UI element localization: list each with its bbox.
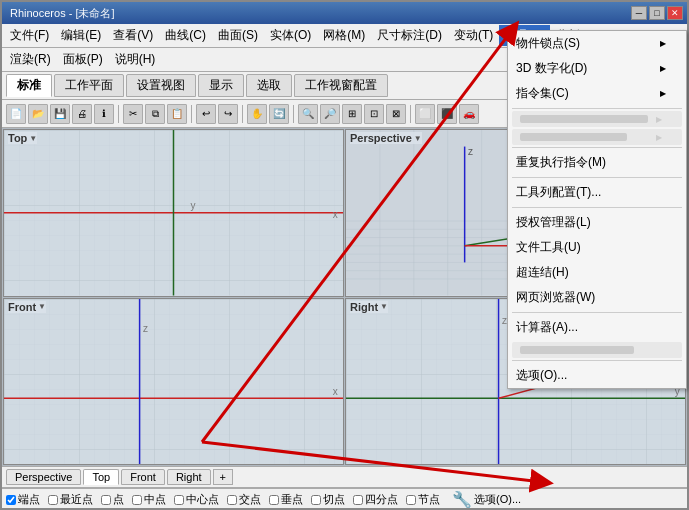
viewport-top[interactable]: y x Top ▼ [3, 129, 344, 297]
close-button[interactable]: ✕ [667, 6, 683, 20]
tab-perspective-view[interactable]: Perspective [6, 469, 81, 485]
tool-open[interactable]: 📂 [28, 104, 48, 124]
checkbox-point[interactable] [101, 495, 111, 505]
tool-cut[interactable]: ✂ [123, 104, 143, 124]
menu-item-repeat[interactable]: 重复执行指令(M) [508, 150, 686, 175]
tool-zoom-selected[interactable]: ⊠ [386, 104, 406, 124]
submenu-arrow-blurred2: ▶ [656, 133, 662, 142]
title-bar: Rhinoceros - [未命名] ─ □ ✕ [2, 2, 687, 24]
label-endpoint: 端点 [18, 492, 40, 507]
viewport-right-label-text: Right [350, 301, 378, 313]
tab-top-view[interactable]: Top [83, 469, 119, 485]
label-options: 选项(O)... [474, 492, 521, 507]
tab-viewconfig[interactable]: 工作视窗配置 [294, 74, 388, 97]
tool-rotate[interactable]: 🔄 [269, 104, 289, 124]
checkbox-center[interactable] [174, 495, 184, 505]
viewport-top-label[interactable]: Top ▼ [8, 132, 37, 144]
tab-add-view[interactable]: + [213, 469, 233, 485]
tool-properties[interactable]: ℹ [94, 104, 114, 124]
menu-solid[interactable]: 实体(O) [264, 25, 317, 46]
viewport-right-label[interactable]: Right ▼ [350, 301, 388, 313]
checkbox-endpoint[interactable] [6, 495, 16, 505]
tool-car[interactable]: 🚗 [459, 104, 479, 124]
sep-before-options [512, 360, 682, 361]
grid-front: z x [4, 299, 343, 465]
menu-item-snap[interactable]: 物件锁点(S) ▶ [508, 31, 686, 56]
tool-zoom-in[interactable]: 🔍 [298, 104, 318, 124]
checkbox-quadrant[interactable] [353, 495, 363, 505]
menu-curve[interactable]: 曲线(C) [159, 25, 212, 46]
menu-panel[interactable]: 面板(P) [57, 49, 109, 70]
sep-after-commandset [512, 108, 682, 109]
tool-new[interactable]: 📄 [6, 104, 26, 124]
viewport-right-dropdown-icon: ▼ [380, 302, 388, 311]
tab-standard[interactable]: 标准 [6, 74, 52, 97]
label-midpoint: 中点 [144, 492, 166, 507]
status-quadrant: 四分点 [353, 492, 398, 507]
menu-view[interactable]: 查看(V) [107, 25, 159, 46]
title-controls: ─ □ ✕ [631, 6, 683, 20]
tool-redo[interactable]: ↪ [218, 104, 238, 124]
menu-mesh[interactable]: 网格(M) [317, 25, 371, 46]
tool-undo[interactable]: ↩ [196, 104, 216, 124]
label-point: 点 [113, 492, 124, 507]
label-quadrant: 四分点 [365, 492, 398, 507]
menu-help[interactable]: 说明(H) [109, 49, 162, 70]
checkbox-intersect[interactable] [227, 495, 237, 505]
tool-paste[interactable]: 📋 [167, 104, 187, 124]
tab-select[interactable]: 选取 [246, 74, 292, 97]
status-bar: 端点 最近点 点 中点 中心点 交点 [2, 488, 687, 508]
minimize-button[interactable]: ─ [631, 6, 647, 20]
menu-dimension[interactable]: 尺寸标注(D) [371, 25, 448, 46]
tab-setview[interactable]: 设置视图 [126, 74, 196, 97]
menu-transform[interactable]: 变动(T) [448, 25, 499, 46]
menu-item-commandset[interactable]: 指令集(C) ▶ [508, 81, 686, 106]
menu-item-filetools[interactable]: 文件工具(U) [508, 235, 686, 260]
menu-item-license[interactable]: 授权管理器(L) [508, 210, 686, 235]
tool-save[interactable]: 💾 [50, 104, 70, 124]
maximize-button[interactable]: □ [649, 6, 665, 20]
menu-item-browser[interactable]: 网页浏览器(W) [508, 285, 686, 310]
tab-display[interactable]: 显示 [198, 74, 244, 97]
svg-text:z: z [143, 323, 148, 334]
tool-zoom-out[interactable]: 🔎 [320, 104, 340, 124]
tool-zoom-extents[interactable]: ⊞ [342, 104, 362, 124]
status-options[interactable]: 🔧 选项(O)... [452, 490, 521, 508]
checkbox-perp[interactable] [269, 495, 279, 505]
checkbox-knot[interactable] [406, 495, 416, 505]
window-title: Rhinoceros - [未命名] [6, 6, 115, 21]
menu-item-digitize[interactable]: 3D 数字化(D) ▶ [508, 56, 686, 81]
tool-copy[interactable]: ⧉ [145, 104, 165, 124]
menu-file[interactable]: 文件(F) [4, 25, 55, 46]
viewport-front[interactable]: z x Front ▼ [3, 298, 344, 466]
svg-text:z: z [468, 146, 473, 157]
blurred1-content [520, 115, 648, 123]
menu-item-hyperlink[interactable]: 超连结(H) [508, 260, 686, 285]
tool-print[interactable]: 🖨 [72, 104, 92, 124]
tool-zoom-window[interactable]: ⊡ [364, 104, 384, 124]
label-tangent: 切点 [323, 492, 345, 507]
checkbox-midpoint[interactable] [132, 495, 142, 505]
viewport-perspective-label[interactable]: Perspective ▼ [350, 132, 422, 144]
status-knot: 节点 [406, 492, 440, 507]
tab-front-view[interactable]: Front [121, 469, 165, 485]
menu-item-calculator[interactable]: 计算器(A)... [508, 315, 686, 340]
tool-shade[interactable]: ⬛ [437, 104, 457, 124]
checkbox-tangent[interactable] [311, 495, 321, 505]
tool-pan[interactable]: ✋ [247, 104, 267, 124]
tab-workplane[interactable]: 工作平面 [54, 74, 124, 97]
menu-item-license-label: 授权管理器(L) [516, 214, 591, 231]
viewport-top-label-text: Top [8, 132, 27, 144]
menu-render[interactable]: 渲染(R) [4, 49, 57, 70]
viewport-front-label-text: Front [8, 301, 36, 313]
tool-wire[interactable]: ⬜ [415, 104, 435, 124]
menu-edit[interactable]: 编辑(E) [55, 25, 107, 46]
tab-right-view[interactable]: Right [167, 469, 211, 485]
menu-surface[interactable]: 曲面(S) [212, 25, 264, 46]
checkbox-nearest[interactable] [48, 495, 58, 505]
menu-item-toolconfig[interactable]: 工具列配置(T)... [508, 180, 686, 205]
menu-item-hyperlink-label: 超连结(H) [516, 264, 569, 281]
menu-item-options[interactable]: 选项(O)... [508, 363, 686, 388]
viewport-front-label[interactable]: Front ▼ [8, 301, 46, 313]
grid-top: y x [4, 130, 343, 296]
